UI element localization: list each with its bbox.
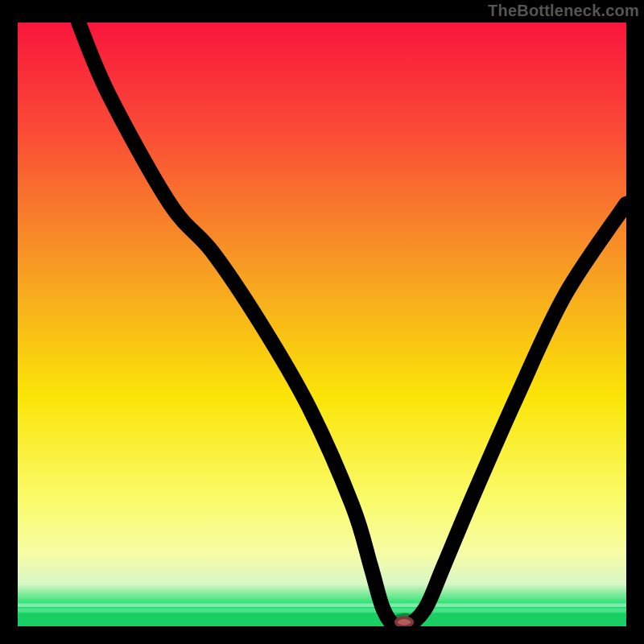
optimal-marker [394,616,414,626]
watermark-text: TheBottleneck.com [488,2,639,20]
plot-area [16,21,628,628]
chart-frame: TheBottleneck.com [0,0,644,644]
green-band-3 [18,613,626,626]
gradient-background [18,23,626,626]
green-band-1 [18,604,626,607]
green-band-2 [18,609,626,613]
plot-svg [18,23,626,626]
